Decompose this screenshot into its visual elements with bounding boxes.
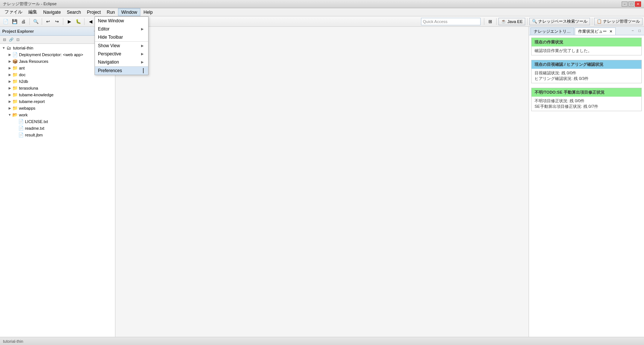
menu-search[interactable]: Search	[64, 8, 84, 16]
tab-spacer	[616, 28, 629, 35]
tubame-knowledge-icon: 📁	[12, 92, 18, 98]
status-header-todo: 不明/TODO:SE 手動算出項目修正状況	[532, 88, 641, 97]
readme-file-icon: 📄	[18, 125, 24, 131]
toolbar-sep1	[29, 18, 30, 25]
tree-item-tubame-knowledge[interactable]: ▶ 📁 tubame-knowledge	[0, 91, 115, 98]
explorer-collapse-btn[interactable]: ⊟	[1, 37, 7, 43]
status-section-visual: 現在の目視確認 / ヒアリング確認状況 目視確認状況: 残 0/0件 ヒアリング…	[531, 60, 642, 83]
menu-bar: ファイル 編集 Navigate Search Project Run Wind…	[0, 8, 644, 16]
toolbar-redo-btn[interactable]: ↪	[53, 17, 61, 26]
right-panel: ナレッジエントリ… 作業状況ビュー ✕ − □ 現在の作業状況 確認項目作業が完…	[529, 27, 644, 337]
tubame-report-icon: 📁	[12, 99, 18, 104]
toolbar-undo-btn[interactable]: ↩	[44, 17, 52, 26]
tab-close-icon[interactable]: ✕	[609, 29, 612, 33]
title-bar: ナレッジ管理ツール - Eclipse − □ ✕	[0, 0, 644, 8]
menu-edit[interactable]: 編集	[25, 8, 40, 16]
tree-toggle-java-resources[interactable]: ▶	[7, 59, 12, 64]
toolbar-perspective-open-btn[interactable]: ⊞	[486, 17, 494, 26]
tree-item-terasoluna[interactable]: ▶ 📁 terasoluna	[0, 85, 115, 91]
maximize-button[interactable]: □	[628, 1, 634, 7]
menu-item-navigation[interactable]: Navigation ▶	[95, 58, 148, 66]
knowledge-search-icon: 🔍	[532, 19, 537, 24]
tree-toggle-work[interactable]: ▼	[7, 113, 12, 117]
license-file-icon: 📄	[18, 119, 24, 125]
close-button[interactable]: ✕	[635, 1, 641, 7]
tree-toggle-terasoluna[interactable]: ▶	[7, 86, 12, 90]
tree-item-result[interactable]: ▶ 📄 result.jbm	[0, 132, 115, 138]
menu-item-preferences[interactable]: Preferences	[95, 66, 148, 75]
perspective-arrow-icon: ▶	[141, 52, 144, 56]
knowledge-mgmt-icon: 📋	[597, 19, 602, 24]
tree-item-work[interactable]: ▼ 📂 work	[0, 112, 115, 118]
perspective-knowledge-search[interactable]: 🔍 ナレッジベース検索ツール	[529, 18, 590, 25]
tree-item-webapps[interactable]: ▶ 📁 webapps	[0, 105, 115, 112]
perspective-knowledge-mgmt[interactable]: 📋 ナレッジ管理ツール	[594, 18, 643, 25]
menu-item-perspective[interactable]: Perspective ▶	[95, 50, 148, 58]
project-explorer-title: Project Explorer	[2, 29, 90, 33]
right-panel-min-btn[interactable]: −	[630, 28, 636, 33]
java-ee-icon: ☕	[501, 19, 506, 24]
title-bar-text: ナレッジ管理ツール - Eclipse	[3, 1, 57, 7]
toolbar-run-btn[interactable]: ▶	[65, 17, 73, 26]
result-file-icon: 📄	[18, 132, 24, 138]
tree-toggle-root[interactable]: ▼	[1, 46, 6, 50]
tree-toggle-webapps[interactable]: ▶	[7, 106, 12, 110]
right-panel-max-btn[interactable]: □	[637, 28, 643, 33]
toolbar-sep6	[496, 18, 497, 25]
status-section-todo: 不明/TODO:SE 手動算出項目修正状況 不明項目修正状況: 残 0/0件 S…	[531, 88, 642, 111]
work-icon: 📂	[12, 112, 18, 118]
status-header-current: 現在の作業状況	[532, 38, 641, 46]
toolbar-print-btn[interactable]: 🖨	[19, 17, 28, 26]
toolbar-debug-btn[interactable]: 🐛	[74, 17, 82, 26]
tab-knowledge-entry[interactable]: ナレッジエントリ…	[530, 28, 574, 35]
status-header-visual: 現在の目視確認 / ヒアリング確認状況	[532, 60, 641, 69]
tree-item-tubame-report[interactable]: ▶ 📁 tubame-report	[0, 98, 115, 105]
tree-toggle-ant[interactable]: ▶	[7, 66, 12, 70]
menu-help[interactable]: Help	[140, 8, 156, 16]
toolbar-sep8	[592, 18, 592, 25]
menu-item-show-view[interactable]: Show View ▶	[95, 41, 148, 50]
status-bar-text: tutorial-thin	[3, 339, 23, 344]
menu-project[interactable]: Project	[84, 8, 103, 16]
perspective-java-ee[interactable]: ☕ Java EE	[498, 18, 525, 25]
tree-item-h2db[interactable]: ▶ 📁 h2db	[0, 78, 115, 85]
toolbar-save-btn[interactable]: 💾	[10, 17, 19, 26]
window-dropdown-menu: New Window Editor ▶ Hide Toolbar Show Vi…	[95, 16, 149, 75]
status-content-current: 確認項目作業が完了しました。	[532, 46, 641, 55]
tab-task-status[interactable]: 作業状況ビュー ✕	[575, 28, 616, 35]
cursor-icon	[143, 68, 144, 73]
status-section-current: 現在の作業状況 確認項目作業が完了しました。	[531, 38, 642, 55]
menu-item-hide-toolbar[interactable]: Hide Toolbar	[95, 33, 148, 41]
tree-toggle-deployment[interactable]: ▶	[7, 52, 12, 57]
explorer-link-btn[interactable]: 🔗	[8, 37, 14, 43]
right-panel-tabs: ナレッジエントリ… 作業状況ビュー ✕ − □	[529, 27, 644, 35]
status-bar: tutorial-thin	[0, 337, 644, 345]
toolbar-search-btn[interactable]: 🔍	[32, 17, 40, 26]
webapps-icon: 📁	[12, 105, 18, 111]
quick-access-input[interactable]: Quick Access	[421, 18, 481, 25]
tree-item-license[interactable]: ▶ 📄 LICENSE.txt	[0, 118, 115, 125]
toolbar-sep5	[484, 18, 484, 25]
menu-navigate[interactable]: Navigate	[40, 8, 64, 16]
ant-icon: 📁	[12, 65, 18, 71]
menu-window[interactable]: Window	[118, 8, 141, 16]
menu-file[interactable]: ファイル	[1, 8, 25, 16]
status-content-visual: 目視確認状況: 残 0/0件 ヒアリング確認状況: 残 0/3件	[532, 69, 641, 83]
menu-item-editor[interactable]: Editor ▶	[95, 25, 148, 33]
menu-run[interactable]: Run	[104, 8, 118, 16]
title-bar-controls: − □ ✕	[622, 1, 641, 7]
tree-item-readme[interactable]: ▶ 📄 readme.txt	[0, 125, 115, 132]
h2db-icon: 📁	[12, 78, 18, 84]
toolbar-new-btn[interactable]: 📄	[1, 17, 10, 26]
center-area	[115, 27, 529, 337]
explorer-filter-btn[interactable]: ⊡	[15, 37, 21, 43]
tree-toggle-tubame-knowledge[interactable]: ▶	[7, 93, 12, 97]
minimize-button[interactable]: −	[622, 1, 628, 7]
menu-item-new-window[interactable]: New Window	[95, 17, 148, 25]
tree-toggle-h2db[interactable]: ▶	[7, 79, 12, 84]
tree-toggle-tubame-report[interactable]: ▶	[7, 99, 12, 104]
project-tree: ▼ 🗂 tutorial-thin ▶ 📄 Deployment Descrip…	[0, 44, 115, 337]
tree-toggle-doc[interactable]: ▶	[7, 72, 12, 77]
toolbar-prev-btn[interactable]: ◀	[86, 17, 95, 26]
show-view-arrow-icon: ▶	[141, 44, 144, 48]
